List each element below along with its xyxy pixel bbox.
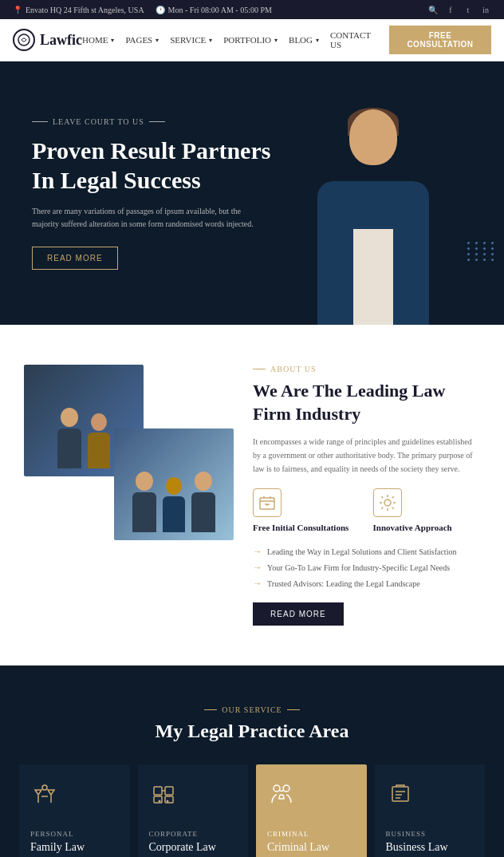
approach-label: Innovative Approach bbox=[373, 522, 480, 534]
location-icon: 📍 bbox=[13, 6, 22, 14]
logo-icon bbox=[13, 29, 35, 51]
hero-section: LEAVE COURT TO US Proven Result Partners… bbox=[0, 61, 504, 325]
logo-text: Lawfic bbox=[40, 32, 82, 49]
family-law-name: Family Law bbox=[30, 841, 119, 854]
about-tag: ABOUT US bbox=[253, 365, 480, 373]
about-description: It encompasses a wide range of principle… bbox=[253, 435, 480, 476]
consultations-label: Free Initial Consultations bbox=[253, 522, 360, 534]
service-card-family-law[interactable]: PERSONAL Family Law bbox=[19, 764, 130, 857]
free-consultation-button[interactable]: FREE CONSULTATION bbox=[389, 26, 491, 54]
figure-2 bbox=[88, 413, 110, 468]
about-tag-line bbox=[253, 369, 266, 369]
nav-links: HOME ▾ PAGES ▾ SERVICE ▾ PORTFOLIO ▾ BLO… bbox=[82, 26, 491, 54]
family-law-icon bbox=[30, 779, 59, 808]
feature-approach: Innovative Approach bbox=[373, 488, 480, 534]
consultations-icon bbox=[253, 488, 282, 517]
service-card-criminal-law[interactable]: CRIMINAL Criminal Law Criminal law is a … bbox=[256, 764, 367, 857]
address-text: 📍 Envato HQ 24 Fifth st Angeles, USA bbox=[13, 6, 144, 14]
bullet-arrow-3: → bbox=[253, 578, 262, 590]
logo[interactable]: Lawfic bbox=[13, 29, 82, 51]
hero-tag: LEAVE COURT TO US bbox=[32, 117, 278, 126]
business-law-name: Business Law bbox=[386, 841, 474, 854]
services-tag-line-right bbox=[287, 709, 300, 710]
svg-point-2 bbox=[384, 500, 391, 506]
hero-person-silhouette bbox=[293, 93, 453, 325]
figure-4 bbox=[163, 477, 185, 532]
corporate-law-name: Corporate Law bbox=[149, 841, 238, 854]
services-title: My Legal Practice Area bbox=[19, 721, 485, 742]
business-law-icon bbox=[386, 779, 415, 808]
top-bar-left: 📍 Envato HQ 24 Fifth st Angeles, USA 🕐 M… bbox=[13, 6, 272, 14]
hero-tag-line-right bbox=[149, 121, 165, 122]
services-section: OUR SERVICE My Legal Practice Area PERSO… bbox=[0, 665, 504, 857]
svg-rect-11 bbox=[392, 787, 408, 801]
corporate-law-category: CORPORATE bbox=[149, 830, 238, 838]
hero-content: LEAVE COURT TO US Proven Result Partners… bbox=[32, 117, 278, 270]
feature-consultations: Free Initial Consultations bbox=[253, 488, 360, 534]
instagram-icon[interactable]: in bbox=[480, 4, 491, 15]
about-section: ABOUT US We Are The Leading Law Firm Ind… bbox=[0, 325, 504, 665]
services-tag-line-left bbox=[204, 709, 217, 710]
svg-point-8 bbox=[166, 800, 168, 802]
about-images bbox=[24, 365, 234, 540]
search-icon[interactable]: 🔍 bbox=[427, 4, 439, 15]
criminal-law-category: CRIMINAL bbox=[267, 830, 356, 838]
navbar: Lawfic HOME ▾ PAGES ▾ SERVICE ▾ PORTFOLI… bbox=[0, 19, 504, 61]
nav-home[interactable]: HOME ▾ bbox=[82, 35, 114, 45]
svg-rect-4 bbox=[165, 787, 173, 795]
about-read-more-button[interactable]: READ MORE bbox=[253, 602, 344, 626]
about-content: ABOUT US We Are The Leading Law Firm Ind… bbox=[253, 365, 480, 626]
facebook-icon[interactable]: f bbox=[445, 4, 456, 15]
services-tag: OUR SERVICE bbox=[19, 705, 485, 714]
criminal-law-name: Criminal Law bbox=[267, 841, 356, 854]
top-bar-right: 🔍 f t in bbox=[427, 4, 491, 15]
person-body bbox=[317, 181, 429, 325]
nav-contact[interactable]: CONTACT US bbox=[330, 30, 378, 49]
hero-read-more-button[interactable]: READ MORE bbox=[32, 247, 118, 270]
nav-pages[interactable]: PAGES ▾ bbox=[125, 35, 159, 45]
svg-point-0 bbox=[18, 34, 30, 45]
approach-icon bbox=[373, 488, 402, 517]
top-bar: 📍 Envato HQ 24 Fifth st Angeles, USA 🕐 M… bbox=[0, 0, 504, 19]
hours-text: 🕐 Mon - Fri 08:00 AM - 05:00 PM bbox=[156, 6, 272, 14]
svg-point-7 bbox=[158, 800, 160, 802]
bullet-2: → Your Go-To Law Firm for Industry-Speci… bbox=[253, 562, 480, 574]
hero-image bbox=[242, 61, 504, 325]
nav-portfolio[interactable]: PORTFOLIO ▾ bbox=[223, 35, 278, 45]
hero-tag-line-left bbox=[32, 121, 48, 122]
bullet-arrow-1: → bbox=[253, 546, 262, 558]
about-bullets: → Leading the Way in Legal Solutions and… bbox=[253, 546, 480, 590]
svg-rect-5 bbox=[154, 796, 162, 803]
twitter-icon[interactable]: t bbox=[463, 4, 474, 15]
hero-description: There are many variations of passages of… bbox=[32, 205, 255, 231]
svg-rect-1 bbox=[260, 498, 274, 509]
bullet-3: → Trusted Advisors: Leading the Legal La… bbox=[253, 578, 480, 590]
person-head bbox=[349, 109, 397, 165]
figure-1 bbox=[57, 408, 81, 468]
about-features: Free Initial Consultations Innovative Ap… bbox=[253, 488, 480, 534]
service-card-corporate-law[interactable]: CORPORATE Corporate Law bbox=[138, 764, 249, 857]
hero-title: Proven Result Partners In Legal Success bbox=[32, 136, 278, 195]
nav-blog[interactable]: BLOG ▾ bbox=[289, 35, 319, 45]
person-shirt bbox=[353, 229, 393, 325]
nav-service[interactable]: SERVICE ▾ bbox=[170, 35, 212, 45]
services-grid-row1: PERSONAL Family Law CORPORATE Corporate … bbox=[19, 764, 485, 857]
bullet-1: → Leading the Way in Legal Solutions and… bbox=[253, 546, 480, 558]
business-law-category: BUSINESS bbox=[386, 830, 474, 838]
corporate-law-icon bbox=[149, 779, 178, 808]
svg-rect-6 bbox=[165, 796, 173, 803]
about-title: We Are The Leading Law Firm Industry bbox=[253, 380, 480, 425]
family-law-category: PERSONAL bbox=[30, 830, 119, 838]
service-card-business-law[interactable]: BUSINESS Business Law bbox=[375, 764, 486, 857]
figure-5 bbox=[191, 472, 215, 532]
bullet-arrow-2: → bbox=[253, 562, 262, 574]
criminal-law-icon bbox=[267, 779, 296, 808]
about-image-2 bbox=[114, 428, 234, 540]
figure-3 bbox=[132, 472, 156, 532]
svg-rect-3 bbox=[154, 787, 162, 795]
clock-icon: 🕐 bbox=[156, 6, 165, 14]
dots-decoration bbox=[467, 242, 496, 261]
